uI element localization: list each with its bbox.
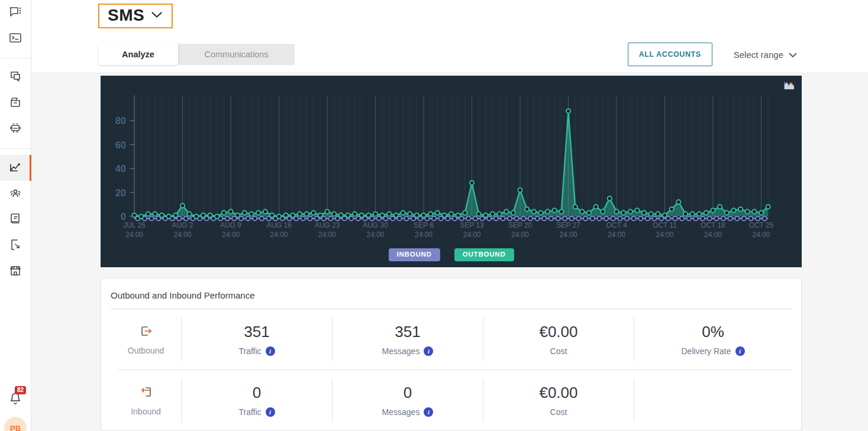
svg-text:24:00: 24:00 xyxy=(511,231,529,239)
svg-text:AUG 30: AUG 30 xyxy=(363,221,388,229)
traffic-area-chart: 020406080JUL 2624:00AUG 224:00AUG 924:00… xyxy=(101,76,802,267)
svg-text:OCT 11: OCT 11 xyxy=(653,221,677,229)
topbar-right: ALL ACCOUNTS Select range xyxy=(628,43,797,66)
sidebar-item-inbox[interactable] xyxy=(0,90,31,116)
stat-value: 0% xyxy=(702,323,724,341)
sidebar-item-marketplace[interactable] xyxy=(0,259,31,285)
range-selector-label: Select range xyxy=(734,50,783,60)
svg-text:24:00: 24:00 xyxy=(125,231,143,239)
svg-text:24:00: 24:00 xyxy=(318,231,336,239)
inbox-icon xyxy=(8,95,22,112)
notifications-button[interactable]: 82 xyxy=(8,391,23,409)
svg-text:OCT 18: OCT 18 xyxy=(701,221,725,229)
stat-outbound-delivery-rate: 0% Delivery Rate xyxy=(634,317,792,361)
svg-text:24:00: 24:00 xyxy=(173,231,191,239)
chart-legend: INBOUND OUTBOUND xyxy=(388,248,514,262)
svg-text:AUG 16: AUG 16 xyxy=(266,221,292,229)
main-area: SMS Analyze Communications ALL ACCOUNTS … xyxy=(31,0,868,431)
chevron-down-icon xyxy=(151,10,162,21)
svg-text:OCT 25: OCT 25 xyxy=(749,221,774,229)
legend-outbound[interactable]: OUTBOUND xyxy=(454,248,514,262)
stat-label: Traffic xyxy=(238,407,275,417)
sidebar-divider xyxy=(0,58,31,59)
sidebar-item-terminal[interactable] xyxy=(0,26,31,52)
stat-outbound-cost: €0.00 Cost xyxy=(483,317,634,361)
svg-text:SEP 20: SEP 20 xyxy=(508,221,533,229)
topbar-row: Analyze Communications ALL ACCOUNTS Sele… xyxy=(98,43,797,66)
traffic-chart-panel: 020406080JUL 2624:00AUG 224:00AUG 924:00… xyxy=(101,76,802,267)
app-root: 82 PB SMS Analyze Communications ALL ACC… xyxy=(0,0,868,431)
sidebar-item-analytics[interactable] xyxy=(0,155,31,181)
chatbot-icon xyxy=(8,121,22,138)
svg-text:SEP 13: SEP 13 xyxy=(460,221,484,229)
outbound-label-cell: Outbound xyxy=(111,317,181,361)
stat-inbound-cost: €0.00 Cost xyxy=(483,378,634,422)
stat-value: 351 xyxy=(395,323,420,341)
svg-text:24:00: 24:00 xyxy=(415,231,433,239)
stat-label: Delivery Rate xyxy=(681,346,744,356)
chevron-down-icon xyxy=(789,50,797,60)
product-selector[interactable]: SMS xyxy=(98,4,173,28)
inbound-arrow-icon xyxy=(139,385,153,401)
tab-analyze[interactable]: Analyze xyxy=(98,44,178,65)
info-icon[interactable] xyxy=(424,346,433,356)
svg-text:24:00: 24:00 xyxy=(752,231,770,239)
svg-text:24:00: 24:00 xyxy=(222,231,240,239)
conversations-icon xyxy=(8,69,22,86)
svg-text:40: 40 xyxy=(115,163,126,174)
svg-text:60: 60 xyxy=(115,140,126,150)
stat-outbound-messages: 351 Messages xyxy=(332,317,483,361)
stat-label: Messages xyxy=(382,407,434,417)
sidebar-item-chat-dots[interactable] xyxy=(0,0,31,26)
stat-label: Cost xyxy=(550,346,567,356)
stat-value: 0 xyxy=(404,384,412,402)
svg-text:24:00: 24:00 xyxy=(704,231,722,239)
terminal-icon xyxy=(8,31,22,47)
svg-text:AUG 9: AUG 9 xyxy=(220,221,241,229)
svg-text:JUL 26: JUL 26 xyxy=(123,221,146,229)
sidebar-item-logs[interactable] xyxy=(0,207,31,233)
legend-inbound[interactable]: INBOUND xyxy=(388,248,440,262)
exit-icon xyxy=(8,238,22,254)
svg-text:24:00: 24:00 xyxy=(366,231,384,239)
performance-row-inbound: Inbound 0 Traffic 0 Messages €0.00 Cost xyxy=(101,370,801,430)
sidebar-item-audience[interactable] xyxy=(0,181,31,207)
audience-icon xyxy=(8,186,22,202)
all-accounts-button[interactable]: ALL ACCOUNTS xyxy=(628,43,712,66)
notification-badge: 82 xyxy=(15,386,26,394)
svg-text:24:00: 24:00 xyxy=(463,231,480,239)
sidebar-divider xyxy=(0,148,31,149)
stat-inbound-messages: 0 Messages xyxy=(332,378,483,422)
svg-text:SEP 6: SEP 6 xyxy=(414,221,434,229)
info-icon[interactable] xyxy=(266,346,275,356)
avatar[interactable]: PB xyxy=(4,417,27,431)
tab-communications[interactable]: Communications xyxy=(178,44,295,65)
svg-text:24:00: 24:00 xyxy=(656,231,673,239)
info-icon[interactable] xyxy=(424,407,433,417)
stat-value: €0.00 xyxy=(539,323,577,341)
info-icon[interactable] xyxy=(735,346,745,356)
outbound-arrow-icon xyxy=(139,324,153,341)
marketplace-icon xyxy=(8,264,22,280)
tabs: Analyze Communications xyxy=(98,44,295,65)
row-label: Inbound xyxy=(131,407,161,416)
svg-text:0: 0 xyxy=(121,211,126,222)
svg-text:OCT 4: OCT 4 xyxy=(606,221,627,229)
sidebar-item-chatbot[interactable] xyxy=(0,116,31,142)
range-selector[interactable]: Select range xyxy=(734,50,797,60)
analytics-icon xyxy=(8,160,22,176)
performance-title: Outbound and Inbound Performance xyxy=(101,278,801,309)
logs-icon xyxy=(8,212,22,228)
topbar: SMS Analyze Communications ALL ACCOUNTS … xyxy=(31,0,868,73)
performance-row-outbound: Outbound 351 Traffic 351 Messages €0.00 … xyxy=(101,309,801,370)
sidebar-item-conversations[interactable] xyxy=(0,64,31,90)
sidebar-item-exit[interactable] xyxy=(0,233,31,259)
stat-label: Messages xyxy=(382,346,434,356)
sidebar: 82 PB xyxy=(0,0,31,431)
content: 020406080JUL 2624:00AUG 224:00AUG 924:00… xyxy=(31,73,868,431)
stat-label: Traffic xyxy=(238,346,275,356)
info-icon[interactable] xyxy=(266,407,275,417)
stat-inbound-traffic: 0 Traffic xyxy=(181,378,332,422)
chart-type-icon[interactable] xyxy=(783,80,796,91)
stat-value: 0 xyxy=(253,384,261,402)
